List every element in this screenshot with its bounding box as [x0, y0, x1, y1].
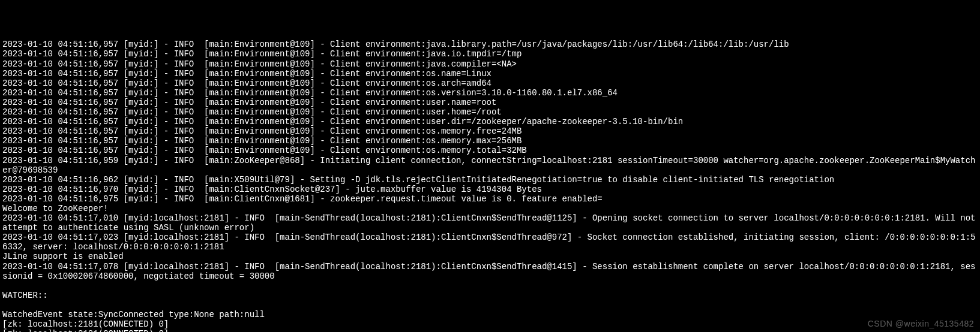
terminal-output[interactable]: 2023-01-10 04:51:16,957 [myid:] - INFO [… [2, 40, 978, 332]
terminal-line: 2023-01-10 04:51:16,957 [myid:] - INFO [… [2, 146, 978, 155]
terminal-line: 2023-01-10 04:51:16,957 [myid:] - INFO [… [2, 69, 978, 79]
terminal-line: 2023-01-10 04:51:16,957 [myid:] - INFO [… [2, 59, 978, 69]
terminal-line: 2023-01-10 04:51:16,957 [myid:] - INFO [… [2, 88, 978, 98]
terminal-line: 2023-01-10 04:51:16,957 [myid:] - INFO [… [2, 98, 978, 107]
terminal-line: 2023-01-10 04:51:16,970 [myid:] - INFO [… [2, 185, 978, 194]
terminal-line: 2023-01-10 04:51:16,957 [myid:] - INFO [… [2, 136, 978, 146]
terminal-line [2, 300, 978, 310]
terminal-line: 2023-01-10 04:51:16,957 [myid:] - INFO [… [2, 117, 978, 126]
terminal-line: 2023-01-10 04:51:16,957 [myid:] - INFO [… [2, 49, 978, 59]
terminal-line: 2023-01-10 04:51:16,957 [myid:] - INFO [… [2, 40, 978, 49]
csdn-watermark: CSDN @weixin_45135482 [868, 319, 974, 328]
terminal-line: 2023-01-10 04:51:17,023 [myid:localhost:… [2, 233, 978, 252]
terminal-line: Welcome to ZooKeeper! [2, 204, 978, 213]
terminal-line: [zk: localhost:2181(CONNECTED) 0] [2, 319, 978, 329]
terminal-line: 2023-01-10 04:51:16,957 [myid:] - INFO [… [2, 79, 978, 88]
terminal-line: 2023-01-10 04:51:16,957 [myid:] - INFO [… [2, 126, 978, 136]
terminal-line: 2023-01-10 04:51:16,959 [myid:] - INFO [… [2, 156, 978, 175]
terminal-line: 2023-01-10 04:51:17,010 [myid:localhost:… [2, 213, 978, 233]
terminal-line: WatchedEvent state:SyncConnected type:No… [2, 310, 978, 319]
terminal-line: 2023-01-10 04:51:16,962 [myid:] - INFO [… [2, 175, 978, 185]
terminal-line: 2023-01-10 04:51:16,975 [myid:] - INFO [… [2, 194, 978, 204]
terminal-line: 2023-01-10 04:51:16,957 [myid:] - INFO [… [2, 107, 978, 117]
terminal-line: WATCHER:: [2, 291, 978, 300]
terminal-line [2, 281, 978, 291]
terminal-line: [zk: localhost:2181(CONNECTED) 0] [2, 329, 978, 332]
terminal-line: JLine support is enabled [2, 252, 978, 261]
terminal-line: 2023-01-10 04:51:17,078 [myid:localhost:… [2, 262, 978, 281]
